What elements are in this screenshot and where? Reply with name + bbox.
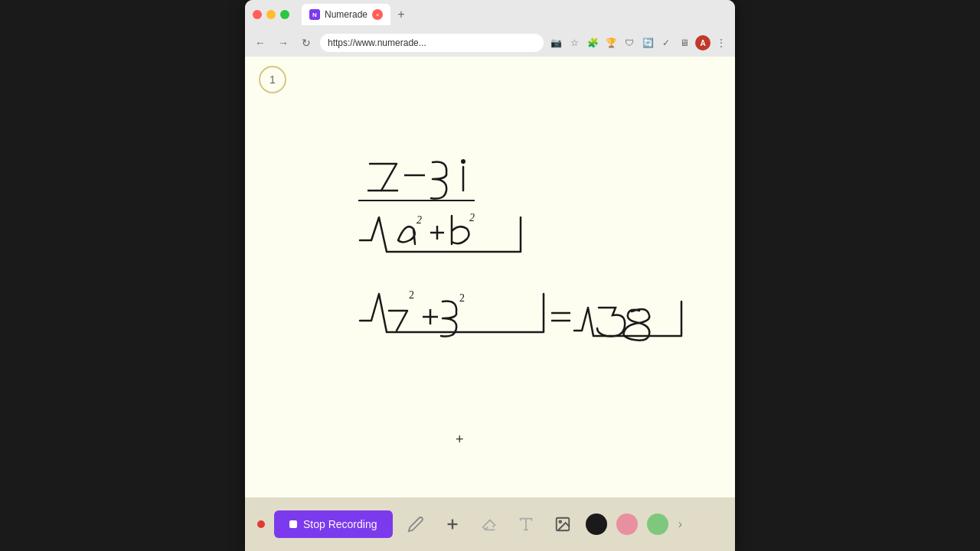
svg-text:2: 2 [469, 212, 475, 223]
nav-bar: ← → ↻ https://www.numerade... 📷 ☆ 🧩 🏆 🛡 … [245, 29, 735, 57]
cursor-plus: + [456, 432, 464, 448]
title-bar: N Numerade × + [245, 0, 735, 29]
new-tab-button[interactable]: + [394, 7, 409, 22]
forward-button[interactable]: → [274, 34, 292, 52]
svg-text:2: 2 [459, 292, 465, 304]
svg-point-20 [559, 520, 561, 523]
stop-recording-button[interactable]: Stop Recording [274, 510, 393, 538]
add-tool[interactable] [439, 510, 466, 538]
svg-text:2: 2 [409, 289, 414, 301]
nav-icons: 📷 ☆ 🧩 🏆 🛡 🔄 ✓ 🖥 A ⋮ [548, 35, 729, 51]
recording-indicator [257, 520, 265, 528]
right-panel [735, 0, 980, 551]
traffic-lights [253, 10, 289, 19]
more-colors[interactable]: › [678, 514, 684, 535]
active-tab[interactable]: N Numerade × [302, 4, 390, 25]
stop-recording-label: Stop Recording [303, 518, 377, 530]
color-green[interactable] [647, 514, 668, 535]
camera-icon[interactable]: 📷 [548, 35, 564, 51]
math-svg: 2 2 2 [306, 118, 704, 363]
tab-title: Numerade [325, 9, 368, 20]
svg-text:2: 2 [416, 214, 422, 226]
eraser-tool[interactable] [475, 510, 503, 538]
check-icon[interactable]: ✓ [658, 35, 674, 51]
shield-icon[interactable]: 🛡 [622, 35, 637, 51]
step-number: 1 [270, 73, 276, 86]
browser-window: N Numerade × + ← → ↻ https://www.numerad… [245, 0, 735, 551]
bookmark-icon[interactable]: ☆ [567, 35, 582, 51]
pencil-tool[interactable] [402, 510, 430, 538]
math-content: 2 2 2 [306, 118, 704, 366]
color-pink[interactable] [616, 514, 638, 535]
sync-icon[interactable]: 🔄 [640, 35, 655, 51]
tab-area: N Numerade × + [302, 4, 409, 25]
extensions-icon[interactable]: 🧩 [585, 35, 600, 51]
close-button[interactable] [253, 10, 262, 19]
monitor-icon[interactable]: 🖥 [677, 35, 692, 51]
minimize-button[interactable] [266, 10, 276, 19]
content-area: 1 2 [245, 57, 735, 497]
refresh-button[interactable]: ↻ [297, 34, 315, 52]
more-button[interactable]: ⋮ [714, 35, 729, 51]
color-black[interactable] [586, 514, 607, 535]
tab-favicon: N [309, 9, 320, 20]
maximize-button[interactable] [280, 10, 289, 19]
user-avatar[interactable]: A [695, 35, 710, 51]
back-button[interactable]: ← [251, 34, 270, 52]
url-text: https://www.numerade... [328, 37, 426, 48]
trophy-icon[interactable]: 🏆 [603, 35, 619, 51]
left-panel [0, 0, 245, 551]
tab-close-button[interactable]: × [372, 9, 383, 20]
text-tool[interactable] [512, 510, 540, 538]
image-tool[interactable] [549, 510, 577, 538]
address-bar[interactable]: https://www.numerade... [320, 34, 544, 52]
toolbar: Stop Recording [245, 497, 735, 551]
step-indicator: 1 [259, 66, 286, 93]
svg-point-2 [461, 159, 466, 164]
